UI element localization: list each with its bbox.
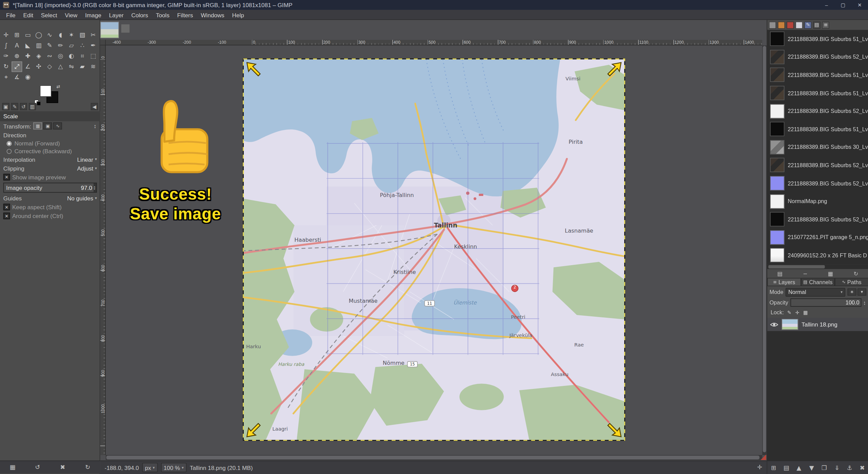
canvas-viewport[interactable]: 15112 ViimsiPiritaPõhja-TallinnTallinnLa… <box>106 45 762 455</box>
open-image-button[interactable]: ▤ <box>776 270 784 277</box>
transform-layer-button[interactable]: ▦ <box>34 122 42 130</box>
gradient-tool-icon[interactable]: ▥ <box>33 40 44 51</box>
scale-handle-ne[interactable] <box>606 61 623 78</box>
horizontal-scrollbar[interactable] <box>106 455 762 460</box>
image-list-item[interactable]: 2211888389.BIG Suburbs 51_Lv <box>767 30 868 48</box>
shear-tool-icon[interactable]: ∠ <box>22 61 33 72</box>
transform-3d-tool-icon[interactable]: △ <box>55 61 66 72</box>
eraser-tool-icon[interactable]: ▱ <box>66 40 77 51</box>
navigation-icon[interactable]: ✛ <box>757 464 762 471</box>
smudge-tool-icon[interactable]: ∾ <box>44 51 55 61</box>
menu-item-windows[interactable]: Windows <box>197 11 228 18</box>
move-tool-icon[interactable]: ✛ <box>1 30 12 40</box>
lower-layer-button[interactable]: ▼ <box>808 464 815 471</box>
image-list-item[interactable]: 2211888389.BIG Suburbs 52_Lv <box>767 48 868 66</box>
scale-tool-icon[interactable]: ⤢ <box>12 61 22 72</box>
direction-option[interactable]: Normal (Forward) <box>0 139 100 147</box>
free-select-tool-icon[interactable]: ∿ <box>44 30 55 40</box>
zoom-tool-icon[interactable]: ◉ <box>22 72 33 82</box>
menu-item-image[interactable]: Image <box>81 11 105 18</box>
pencil-tool-icon[interactable]: ✎ <box>44 40 55 51</box>
layer-visibility-eye-icon[interactable] <box>770 321 778 328</box>
delete-tool-preset-button[interactable]: ✖ <box>59 463 66 471</box>
measure-tool-icon[interactable]: ∡ <box>12 72 22 82</box>
dock-drag-handle[interactable] <box>121 24 130 33</box>
menu-item-select[interactable]: Select <box>37 11 61 18</box>
vertical-scrollbar[interactable] <box>762 45 767 455</box>
menu-item-file[interactable]: File <box>2 11 19 18</box>
panel-menu-button[interactable]: ◀ <box>91 103 98 110</box>
clone-tool-icon[interactable]: ⊕ <box>12 51 22 61</box>
new-layer-button[interactable]: ⊞ <box>770 464 777 471</box>
canvas-overflow-arrow-icon[interactable] <box>761 454 766 460</box>
vertical-ruler[interactable]: 01002003004005006007008009001000 <box>100 45 106 455</box>
interpolation-dropdown[interactable]: Linear <box>77 156 97 163</box>
maximize-button[interactable]: ▢ <box>835 0 851 10</box>
new-layer-group-button[interactable]: ▤ <box>783 464 790 471</box>
scissors-select-tool-icon[interactable]: ✂ <box>88 30 99 40</box>
transform-path-button[interactable]: ∿ <box>53 122 62 130</box>
lock-pixels-icon[interactable]: ✎ <box>787 310 791 315</box>
cage-transform-tool-icon[interactable]: ▰ <box>77 61 88 72</box>
paths-tool-icon[interactable]: ∫ <box>1 40 12 51</box>
scale-handle-nw[interactable] <box>245 61 262 78</box>
menu-item-edit[interactable]: Edit <box>19 11 37 18</box>
lock-alpha-icon[interactable]: ▦ <box>803 310 808 315</box>
image-list-item[interactable]: 2150772261.PIT garage 5_n.png <box>767 229 868 246</box>
keep-aspect-checkbox[interactable] <box>3 204 10 211</box>
menu-item-layer[interactable]: Layer <box>105 11 127 18</box>
image-list-item[interactable]: 2211888389.BIG Suburbs 51_Lv <box>767 66 868 84</box>
horizontal-ruler[interactable]: -400-300-200-100010020030040050060070080… <box>106 40 762 45</box>
menu-item-view[interactable]: View <box>61 11 81 18</box>
transform-spinner-icon[interactable] <box>94 124 97 128</box>
delete-layer-button[interactable]: ✖ <box>859 464 866 471</box>
raise-layer-button[interactable]: ▲ <box>795 464 803 471</box>
show-preview-checkbox[interactable] <box>3 174 10 181</box>
mypaint-brush-tool-icon[interactable]: ✑ <box>1 51 12 61</box>
foreground-select-tool-icon[interactable]: ◖ <box>55 30 66 40</box>
image-opacity-spinner[interactable] <box>94 185 96 190</box>
clipping-dropdown[interactable]: Adjust <box>77 165 97 172</box>
rectangle-select-tool-icon[interactable]: ▭ <box>22 30 33 40</box>
fuzzy-select-tool-icon[interactable]: ✶ <box>66 30 77 40</box>
around-center-checkbox[interactable] <box>3 213 10 219</box>
image-list-item[interactable]: 2211888389.BIG Suburbs 51_Lv <box>767 120 868 138</box>
layer-opacity-slider[interactable]: 100.0 <box>790 298 862 307</box>
patterns-tab-icon[interactable] <box>778 21 785 28</box>
restore-tool-preset-button[interactable]: ↺ <box>34 463 41 471</box>
images-list-scrollbar[interactable] <box>767 264 868 269</box>
gradients-tab-icon[interactable] <box>795 21 803 28</box>
swap-colors-icon[interactable]: ⇄ <box>57 84 60 89</box>
text-tool-icon[interactable]: A <box>12 40 22 51</box>
print-image-button[interactable]: ▦ <box>827 270 834 277</box>
dialog-undo-icon[interactable]: ↺ <box>20 103 27 110</box>
tab-channels[interactable]: ▤Channels <box>801 278 835 286</box>
tab-layers[interactable]: ≡Layers <box>767 278 801 286</box>
image-list-item[interactable]: 2211888389.BIG Suburbs 52_Lv <box>767 174 868 192</box>
ruler-origin-button[interactable] <box>100 40 106 45</box>
dodge-burn-tool-icon[interactable]: ◐ <box>66 51 77 61</box>
remove-image-button[interactable]: − <box>802 270 809 277</box>
fonts-tab-icon[interactable] <box>787 21 794 28</box>
merge-down-button[interactable]: ⇓ <box>833 464 841 471</box>
perspective-tool-icon[interactable]: ◇ <box>44 61 55 72</box>
menu-item-filters[interactable]: Filters <box>173 11 197 18</box>
unit-dropdown[interactable]: px <box>142 463 157 472</box>
dialog-wilber-icon[interactable]: ▣ <box>2 103 9 110</box>
color-picker-tool-icon[interactable]: ⌖ <box>1 72 12 82</box>
zoom-dropdown[interactable]: 100 % <box>161 463 186 472</box>
blend-space-button[interactable]: ▾ <box>857 289 866 296</box>
image-list-item[interactable]: 2211888389.BIG Suburbs 52_Lv <box>767 210 868 228</box>
unified-transform-tool-icon[interactable]: ⬚ <box>88 51 99 61</box>
title-bar[interactable]: *[Tallinn 18] (imported)-3.0 (RGB color … <box>0 0 868 10</box>
brushes-tab-icon[interactable] <box>769 21 776 28</box>
select-by-color-tool-icon[interactable]: ▧ <box>77 30 88 40</box>
canvas-image[interactable]: 15112 ViimsiPiritaPõhja-TallinnTallinnLa… <box>243 59 624 440</box>
reset-tool-options-button[interactable]: ↻ <box>84 463 91 471</box>
buffers-tab-icon[interactable]: ▤ <box>813 21 820 28</box>
lock-position-icon[interactable]: ✛ <box>795 310 799 315</box>
heal-tool-icon[interactable]: ✚ <box>22 51 33 61</box>
image-tab-thumbnail[interactable] <box>100 22 119 38</box>
paintbrush-tool-icon[interactable]: ✏ <box>55 40 66 51</box>
scale-handle-se[interactable] <box>606 422 623 438</box>
